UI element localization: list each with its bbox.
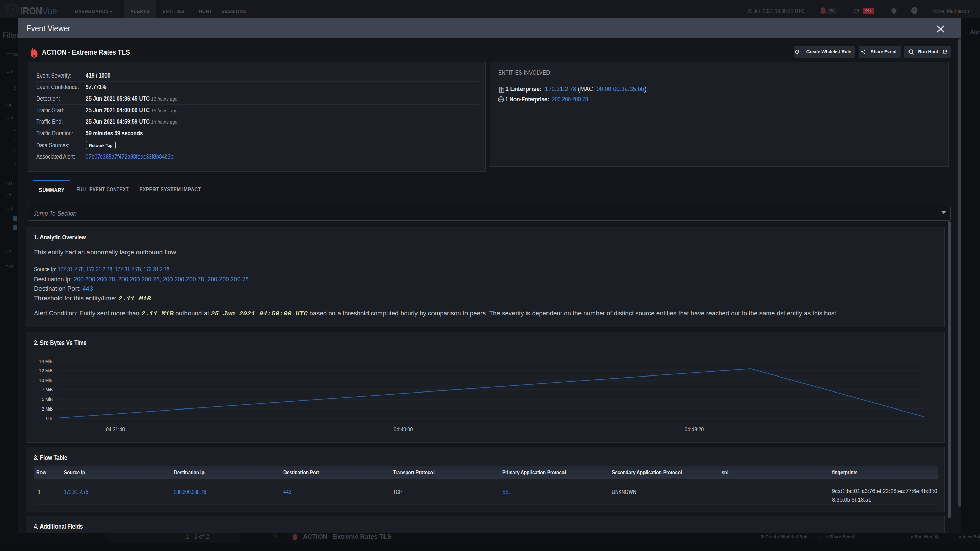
svg-text:?: ? — [913, 8, 916, 13]
